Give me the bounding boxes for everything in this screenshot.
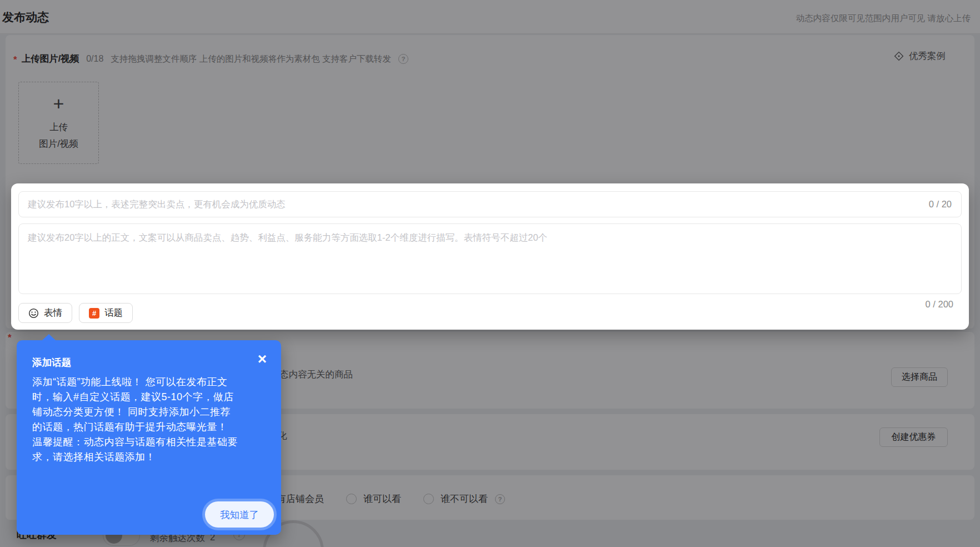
close-icon[interactable]: × [258, 351, 267, 367]
post-body-field [18, 223, 962, 294]
got-it-button[interactable]: 我知道了 [205, 501, 274, 528]
topic-button-label: 话题 [104, 307, 123, 319]
hashtag-icon: # [89, 308, 99, 319]
tooltip-line: 求，请选择相关话题添加！ [32, 450, 268, 465]
smiley-icon [28, 308, 39, 319]
tooltip-arrow [42, 334, 56, 340]
post-title-field: 0 / 20 [18, 191, 962, 217]
tooltip-title: 添加话题 [32, 356, 71, 369]
emoji-button-label: 表情 [44, 307, 62, 319]
composer-toolbar: 表情 # 话题 [18, 303, 133, 323]
emoji-button[interactable]: 表情 [18, 303, 72, 323]
tooltip-line: 添加“话题”功能上线啦！ 您可以在发布正文 [32, 375, 268, 390]
title-char-counter: 0 / 20 [929, 199, 961, 210]
tooltip-body: 添加“话题”功能上线啦！ 您可以在发布正文 时，输入#自定义话题，建议5-10个… [32, 375, 268, 465]
publish-update-page: 发布动态 动态内容仅限可见范围内用户可见 请放心上传 * 上传图片/视频 0/1… [0, 0, 980, 547]
composer-panel: 0 / 20 0 / 200 表情 # 话题 [11, 183, 969, 330]
add-topic-tooltip: 添加话题 × 添加“话题”功能上线啦！ 您可以在发布正文 时，输入#自定义话题，… [17, 340, 281, 535]
topic-button[interactable]: # 话题 [79, 303, 133, 323]
body-char-counter: 0 / 200 [926, 299, 953, 310]
post-title-input[interactable] [19, 192, 929, 217]
post-body-textarea[interactable] [19, 224, 961, 294]
tooltip-line: 铺动态分类更方便！ 同时支持添加小二推荐 [32, 405, 268, 420]
tooltip-line: 的话题，热门话题有助于提升动态曝光量！ [32, 420, 268, 435]
tooltip-line: 时，输入#自定义话题，建议5-10个字，做店 [32, 390, 268, 405]
tooltip-line: 温馨提醒：动态内容与话题有相关性是基础要 [32, 435, 268, 450]
